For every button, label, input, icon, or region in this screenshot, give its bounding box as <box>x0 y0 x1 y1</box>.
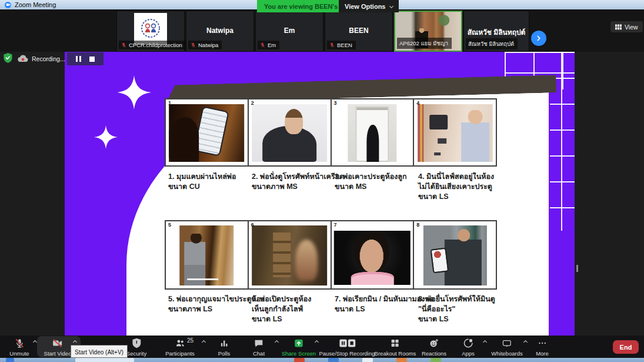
participant-name-chip: Em <box>258 41 279 49</box>
participants-count-badge: 25 <box>187 337 193 344</box>
polls-icon <box>218 338 231 348</box>
view-button-label: View <box>625 24 638 31</box>
sparkle-icon <box>117 75 151 109</box>
grid-view-icon <box>615 24 622 30</box>
muted-mic-icon <box>260 42 265 48</box>
storyboard-row-1: 1 2 3 4 <box>165 98 497 167</box>
participant-tile-cpcr[interactable]: CPCR.childprotection <box>116 11 185 52</box>
frame-number: 5 <box>168 222 171 228</box>
reactions-button[interactable]: Reactions <box>422 338 446 357</box>
scrollbar-mark <box>576 265 578 272</box>
apps-button[interactable]: Apps <box>462 338 475 357</box>
taskbar-icon-fragment <box>431 358 441 362</box>
participant-display-name: BEEN <box>325 26 392 35</box>
muted-mic-icon <box>121 42 126 48</box>
storyboard-photo-8 <box>423 225 487 285</box>
more-dots-icon <box>536 338 549 348</box>
recording-status-text: Recording... <box>32 55 65 62</box>
storyboard-photo-6 <box>252 225 327 285</box>
storyboard-photo-2 <box>252 104 327 162</box>
taskbar-icons-fragment <box>75 358 134 362</box>
participant-name-chip: AP6202 แยม มัชญา <box>397 38 452 49</box>
zoom-meeting-window: Zoom Meeting You are viewing BEEN's scre… <box>0 0 644 362</box>
start-video-button[interactable]: Start Video <box>44 338 72 357</box>
storyboard-frame-4: 4 <box>414 99 496 165</box>
chevron-right-icon <box>535 34 543 42</box>
caption-frame-3: 3. พ่อเคาะประตูห้องลูกขนาด MS <box>335 172 407 192</box>
unmute-button[interactable]: Unmute <box>9 338 29 357</box>
cloud-recording-icon <box>17 54 29 63</box>
view-options-dropdown[interactable]: View Options <box>339 0 399 12</box>
caption-frame-1: 1. มุมแคบผ่านไหล่พ่อขนาด CU <box>168 172 236 192</box>
stop-recording-button[interactable] <box>89 57 95 62</box>
taskbar-icon-fragment <box>396 358 407 362</box>
frame-number: 7 <box>334 222 337 228</box>
storyboard-photo-3 <box>348 104 396 162</box>
participant-tile-em[interactable]: Em Em <box>255 11 323 52</box>
pause-stop-icons <box>319 338 375 348</box>
participant-name-chip: สัณหวัช มิลินทฤปต์ <box>466 38 518 49</box>
chat-button[interactable]: Chat <box>253 338 265 357</box>
zoom-app-icon <box>5 2 11 8</box>
view-layout-button[interactable]: View <box>610 21 643 32</box>
frame-number: 4 <box>416 100 419 106</box>
apps-icon <box>462 338 475 348</box>
chat-bubble-icon <box>253 338 265 348</box>
storyboard-photo-5 <box>180 225 234 285</box>
share-screen-button[interactable]: Share Screen <box>282 338 316 357</box>
storyboard-frame-7: 7 <box>332 221 415 288</box>
pause-stop-recording-button[interactable]: Pause/Stop Recording <box>319 338 375 357</box>
participant-filmstrip: CPCR.childprotection Natwipa Natwipa Em … <box>0 9 644 52</box>
participant-name-chip: BEEN <box>327 41 356 49</box>
taskbar-icon-fragment <box>328 358 339 362</box>
frame-number: 8 <box>416 222 419 228</box>
shared-screen-slide: 1 2 3 4 1. มุมแคบผ่านไหล่พ่อขนาด CU 2. พ… <box>65 52 575 336</box>
storyboard-photo-7 <box>334 231 411 285</box>
frame-number: 1 <box>168 100 171 106</box>
caption-frame-6: 6. พ่อเปิดประตูห้องเห็นลูกกำลังไลฟ์ขนาด … <box>252 294 311 324</box>
share-screen-icon <box>282 338 316 348</box>
participant-display-name: สัณหวัช มิลินทฤปต์ <box>464 26 529 38</box>
recording-controls <box>67 52 104 65</box>
reactions-smiley-icon <box>422 338 446 348</box>
start-video-tooltip: Start Video (Alt+V) <box>71 345 128 358</box>
breakout-rooms-button[interactable]: Breakout Rooms <box>375 338 416 357</box>
whiteboards-button[interactable]: Whiteboards <box>491 338 522 357</box>
muted-mic-icon <box>191 42 196 48</box>
end-meeting-button[interactable]: End <box>613 340 639 354</box>
participant-display-name: Em <box>256 26 323 35</box>
participant-name-chip: Natwipa <box>188 41 222 49</box>
taskbar-icon-fragment <box>362 358 373 362</box>
participant-name-chip: CPCR.childprotection <box>119 41 186 49</box>
participant-display-name: Natwipa <box>186 26 253 35</box>
storyboard-row-2: 5 6 7 8 <box>165 220 497 290</box>
security-button[interactable]: Security <box>126 338 146 357</box>
storyboard-frame-2: 2 <box>249 99 332 165</box>
participant-tile-natwipa[interactable]: Natwipa Natwipa <box>186 11 254 52</box>
storyboard-frame-8: 8 <box>414 221 496 288</box>
chevron-down-icon <box>389 4 393 8</box>
frame-number: 3 <box>334 100 337 106</box>
window-title: Zoom Meeting <box>15 1 56 8</box>
participant-tile-ap6202-video[interactable]: AP6202 แยม มัชญา <box>394 11 462 52</box>
breakout-rooms-icon <box>375 338 416 348</box>
next-participants-button[interactable] <box>531 31 546 46</box>
frame-number: 2 <box>251 100 254 106</box>
participant-tile-been[interactable]: BEEN BEEN <box>325 11 393 52</box>
pause-recording-button[interactable] <box>76 56 81 62</box>
shield-icon <box>126 338 146 348</box>
storyboard-frame-3: 3 <box>332 99 415 165</box>
caption-frame-2: 2. พ่อนั่งดูโทรศัพท์หน้าเครียดขนาดภาพ MS <box>252 172 344 192</box>
storyboard-photo-4 <box>418 104 493 162</box>
muted-mic-icon <box>9 338 29 348</box>
view-options-label: View Options <box>345 3 385 10</box>
participant-tile-sanhawat[interactable]: สัณหวัช มิลินทฤปต์ สัณหวัช มิลินทฤปต์ <box>463 11 529 52</box>
polls-button[interactable]: Polls <box>218 338 231 357</box>
caption-frame-4: 4. มินนี่ไลฟ์สดอยู่ในห้องไม่ได้ยินเสียงเ… <box>418 172 494 202</box>
storyboard-frame-5: 5 <box>166 221 249 288</box>
storyboard-frame-6: 6 <box>249 221 332 288</box>
caption-frame-8: 8. พ่อยื่นโทรศัพท์ให้มินดู"นี่คืออะไร"ขน… <box>418 294 495 324</box>
storyboard-frame-1: 1 <box>166 99 249 165</box>
more-button[interactable]: More <box>536 338 549 357</box>
encryption-shield-icon <box>3 52 13 64</box>
